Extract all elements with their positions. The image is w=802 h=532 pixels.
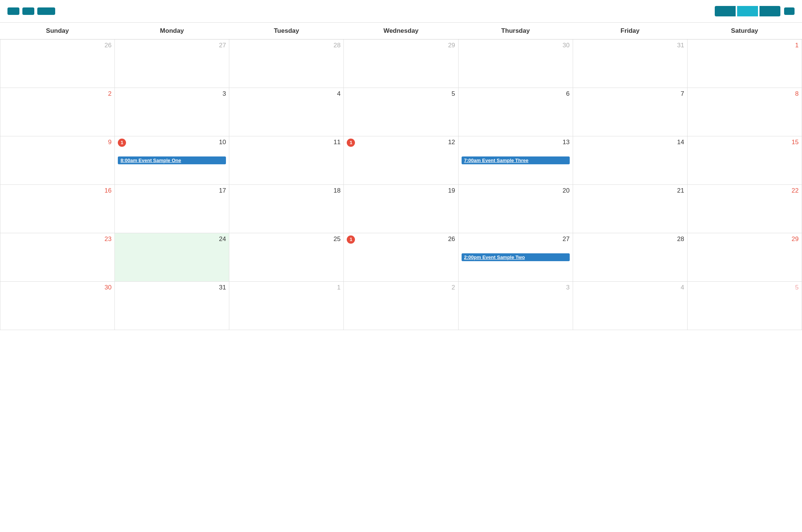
- calendar-day-cell[interactable]: 5: [344, 88, 458, 136]
- day-number: 16: [3, 187, 111, 194]
- calendar-day-cell[interactable]: 1: [687, 39, 802, 88]
- calendar-header-row: SundayMondayTuesdayWednesdayThursdayFrid…: [0, 23, 802, 39]
- calendar-day-cell[interactable]: 31: [115, 282, 229, 330]
- calendar-week-row: 303112345: [0, 282, 802, 330]
- calendar-day-cell[interactable]: 7: [573, 88, 687, 136]
- day-number: 12: [347, 139, 455, 146]
- calendar-day-cell[interactable]: 4: [229, 88, 344, 136]
- event-count-badge: 1: [118, 139, 126, 147]
- calendar-day-cell[interactable]: 16: [0, 185, 115, 233]
- calendar-day-cell[interactable]: 20: [458, 185, 573, 233]
- calendar-day-cell[interactable]: 6: [458, 88, 573, 136]
- day-number: 2: [347, 284, 455, 291]
- day-number: 28: [576, 235, 684, 243]
- calendar-day-cell[interactable]: 1: [229, 282, 344, 330]
- calendar-day-cell[interactable]: 3: [458, 282, 573, 330]
- day-number: 25: [232, 235, 340, 243]
- calendar-day-cell[interactable]: 28: [229, 39, 344, 88]
- year-view-button[interactable]: [715, 6, 736, 16]
- next-button[interactable]: [22, 7, 34, 15]
- calendar-day-cell[interactable]: 272:00pm Event Sample Two: [458, 233, 573, 282]
- day-header-saturday: Saturday: [687, 23, 802, 39]
- calendar-day-cell[interactable]: 11: [229, 136, 344, 185]
- prev-button[interactable]: [7, 7, 19, 15]
- calendar-day-cell[interactable]: 8: [687, 88, 802, 136]
- day-number: 15: [691, 139, 799, 146]
- calendar-day-cell[interactable]: 15: [687, 136, 802, 185]
- day-number: 4: [576, 284, 684, 291]
- calendar-day-cell[interactable]: 30: [0, 282, 115, 330]
- calendar-week-row: 232425261272:00pm Event Sample Two2829: [0, 233, 802, 282]
- calendar-day-cell[interactable]: 29: [344, 39, 458, 88]
- day-number: 29: [347, 42, 455, 49]
- calendar-day-cell[interactable]: 21: [573, 185, 687, 233]
- calendar-day-cell[interactable]: 2: [344, 282, 458, 330]
- calendar-week-row: 91018:00am Event Sample One11121137:00am…: [0, 136, 802, 185]
- download-button[interactable]: [784, 7, 795, 15]
- day-number: 19: [347, 187, 455, 194]
- calendar-day-cell[interactable]: 31: [573, 39, 687, 88]
- calendar-day-cell[interactable]: 9: [0, 136, 115, 185]
- calendar-day-cell[interactable]: 3: [115, 88, 229, 136]
- day-number: 26: [3, 42, 111, 49]
- calendar-day-cell[interactable]: 30: [458, 39, 573, 88]
- day-number: 20: [462, 187, 570, 194]
- calendar-week-row: 16171819202122: [0, 185, 802, 233]
- today-button[interactable]: [37, 7, 55, 15]
- calendar-event[interactable]: 8:00am Event Sample One: [118, 156, 226, 164]
- day-number: 31: [118, 284, 226, 291]
- calendar-day-cell[interactable]: 261: [344, 233, 458, 282]
- day-number: 5: [691, 284, 799, 291]
- day-number: 3: [118, 90, 226, 98]
- day-header-monday: Monday: [115, 23, 229, 39]
- calendar-day-cell[interactable]: 28: [573, 233, 687, 282]
- week-view-button[interactable]: [759, 6, 780, 16]
- toolbar: [0, 0, 802, 23]
- month-view-button[interactable]: [737, 6, 758, 16]
- calendar-day-cell[interactable]: 137:00am Event Sample Three: [458, 136, 573, 185]
- day-number: 14: [576, 139, 684, 146]
- calendar-day-cell[interactable]: 23: [0, 233, 115, 282]
- calendar-day-cell[interactable]: 121: [344, 136, 458, 185]
- calendar-day-cell[interactable]: 1018:00am Event Sample One: [115, 136, 229, 185]
- day-number: 13: [462, 139, 570, 146]
- view-controls: [715, 6, 795, 16]
- calendar-day-cell[interactable]: 4: [573, 282, 687, 330]
- calendar-day-cell[interactable]: 17: [115, 185, 229, 233]
- calendar-day-cell[interactable]: 5: [687, 282, 802, 330]
- day-number: 2: [3, 90, 111, 98]
- day-number: 1: [691, 42, 799, 49]
- day-number: 28: [232, 42, 340, 49]
- day-header-tuesday: Tuesday: [229, 23, 344, 39]
- day-number: 7: [576, 90, 684, 98]
- calendar-day-cell[interactable]: 26: [0, 39, 115, 88]
- calendar-event[interactable]: 7:00am Event Sample Three: [462, 156, 570, 164]
- day-number: 23: [3, 235, 111, 243]
- calendar-day-cell[interactable]: 14: [573, 136, 687, 185]
- calendar-day-cell[interactable]: 22: [687, 185, 802, 233]
- calendar-event[interactable]: 2:00pm Event Sample Two: [462, 253, 570, 261]
- calendar-day-cell[interactable]: 25: [229, 233, 344, 282]
- day-number: 4: [232, 90, 340, 98]
- day-number: 30: [3, 284, 111, 291]
- day-number: 6: [462, 90, 570, 98]
- calendar-day-cell[interactable]: 27: [115, 39, 229, 88]
- day-header-friday: Friday: [573, 23, 687, 39]
- day-number: 29: [691, 235, 799, 243]
- day-number: 1: [232, 284, 340, 291]
- calendar-day-cell[interactable]: 2: [0, 88, 115, 136]
- calendar-day-cell[interactable]: 18: [229, 185, 344, 233]
- day-number: 8: [691, 90, 799, 98]
- calendar-day-cell[interactable]: 19: [344, 185, 458, 233]
- day-number: 11: [232, 139, 340, 146]
- day-number: 9: [3, 139, 111, 146]
- calendar-day-cell[interactable]: 29: [687, 233, 802, 282]
- day-header-sunday: Sunday: [0, 23, 115, 39]
- day-number: 10: [118, 139, 226, 146]
- day-number: 18: [232, 187, 340, 194]
- day-number: 22: [691, 187, 799, 194]
- day-number: 30: [462, 42, 570, 49]
- calendar-day-cell[interactable]: 24: [115, 233, 229, 282]
- day-number: 27: [118, 42, 226, 49]
- nav-controls: [7, 7, 55, 15]
